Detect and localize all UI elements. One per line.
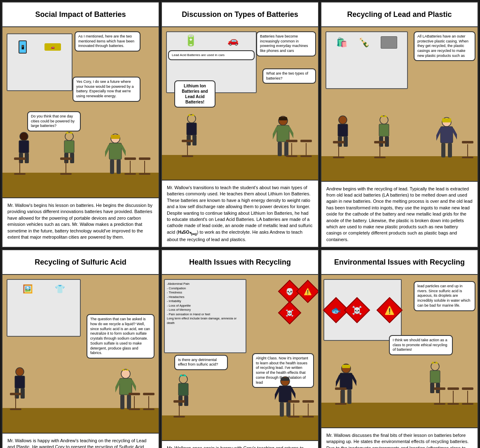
env-hazard-3: ⚠️ <box>376 297 403 323</box>
panel-recycling-lead: Recycling of Lead and Plastic 🛍️ 🍾 All L… <box>321 2 478 248</box>
panel-health-issues-header: Health Issues with Recycling <box>162 250 318 275</box>
panel-discussion-types-scene: 🔋 🚗 Lead Acid Batteries are used in cars… <box>162 27 318 180</box>
hazard-diamond-3: ☠️ <box>278 301 302 325</box>
svg-rect-52 <box>15 376 25 388</box>
panel-discussion-types: Discussion on Types of Batteries 🔋 🚗 Lea… <box>161 2 319 248</box>
svg-rect-6 <box>111 135 120 139</box>
stool-15 <box>302 400 314 418</box>
stool-9 <box>374 141 386 158</box>
svg-line-47 <box>132 381 136 390</box>
svg-rect-32 <box>441 143 445 157</box>
svg-line-57 <box>275 389 279 399</box>
panel-social-impact: Social Impact of Batteries 📱 🚗 As I ment… <box>2 2 159 248</box>
bubble-types-2: What are the two types of batteries? <box>262 68 316 84</box>
svg-rect-5 <box>117 159 121 174</box>
bubble-recycling-1: All LABatteries have an outer protective… <box>414 31 475 61</box>
svg-line-30 <box>436 129 440 140</box>
svg-point-35 <box>339 116 347 124</box>
svg-line-46 <box>115 381 119 392</box>
panel-environmental-issues-header: Environmental Issues with Recycling <box>321 250 478 275</box>
whiteboard-content: 📱 🚗 <box>7 34 72 56</box>
panel-recycling-lead-scene: 🛍️ 🍾 All LABatteries have an outer prote… <box>321 27 478 181</box>
bubble-types-3: Lithium Ion Batteries and Lead Acid Batt… <box>174 80 215 108</box>
panel-recycling-sulfuric-text: Mr. Wallows is happy with Andrew's teach… <box>2 433 159 448</box>
whiteboard: 📱 🚗 <box>7 33 73 91</box>
svg-rect-8 <box>19 141 29 153</box>
flame-icon: 💀 <box>286 288 294 296</box>
floor-bg-4 <box>2 408 159 433</box>
stool-16 <box>288 400 300 418</box>
svg-point-7 <box>20 132 28 141</box>
whiteboard-4: 🖼️ 👕 <box>7 279 81 337</box>
svg-line-3 <box>122 146 126 155</box>
svg-point-51 <box>16 368 24 376</box>
car-icon: 🚗 <box>44 43 61 51</box>
svg-rect-40 <box>379 124 389 136</box>
stool-20 <box>447 387 459 405</box>
stool-5 <box>182 140 193 157</box>
skull-icon: ☠️ <box>286 309 294 317</box>
svg-rect-20 <box>278 142 282 156</box>
panel-recycling-sulfuric-header: Recycling of Sulfuric Acid <box>2 250 159 275</box>
whiteboard-6: 🐟 ☠️ ⚠️ <box>323 279 402 341</box>
bubble-student-1: Do you think that one day cities could b… <box>27 111 81 131</box>
stool-4 <box>124 157 136 175</box>
panel-recycling-lead-header: Recycling of Lead and Plastic <box>321 2 478 27</box>
svg-line-69 <box>336 376 340 386</box>
panel-health-issues-text: Mr. Wallows once again is happy with Cor… <box>162 440 318 448</box>
svg-rect-22 <box>279 117 287 120</box>
panel-social-impact-scene: 📱 🚗 As I mentioned, here are the two men… <box>2 27 159 197</box>
tshirt-icon: 👕 <box>55 284 65 294</box>
panel-health-issues: Health Issues with Recycling -Abdominal … <box>161 249 319 448</box>
svg-rect-34 <box>442 118 451 122</box>
svg-rect-61 <box>281 378 289 381</box>
panel-discussion-types-text: Mr. Wallow's transitions to teach the st… <box>162 180 318 247</box>
whiteboard-bubble-2: Lead Acid Batteries are used in cars <box>168 50 255 60</box>
hazard-diamond-2: ⚠️ <box>296 280 318 303</box>
svg-rect-33 <box>448 143 452 157</box>
stool-18 <box>335 387 347 405</box>
floor-bg-3 <box>321 156 478 181</box>
battery-emoji: 🔋 <box>184 34 197 47</box>
exclamation-icon: ⚠️ <box>304 288 312 296</box>
whiteboard-3-content: 🛍️ 🍾 <box>326 32 407 53</box>
panel-environmental-issues-scene: 🐟 ☠️ ⚠️ lead particles can end up in riv… <box>321 275 478 427</box>
svg-rect-45 <box>119 378 132 395</box>
env-hazard-2: ☠️ <box>344 297 370 323</box>
stool-2 <box>60 157 72 175</box>
svg-rect-29 <box>440 127 453 143</box>
stool-19 <box>462 387 473 405</box>
stool-8 <box>333 141 344 158</box>
svg-rect-1 <box>109 143 122 159</box>
bubble-env-1: lead particles can end up in rivers. Sin… <box>414 281 475 311</box>
stool-6 <box>300 140 312 157</box>
health-list: -Abdominal Pain - Constipation - Tiredne… <box>167 282 244 325</box>
svg-line-2 <box>105 146 109 156</box>
svg-rect-4 <box>110 159 114 174</box>
svg-point-44 <box>121 369 130 378</box>
teacher-character-3 <box>436 117 457 158</box>
shopping-bag-icon: 🛍️ <box>336 37 347 48</box>
panel-recycling-sulfuric-scene: 🖼️ 👕 The question that can be asked is h… <box>2 275 159 433</box>
panel-discussion-types-header: Discussion on Types of Batteries <box>162 2 318 27</box>
stool-14 <box>173 400 185 418</box>
panel-environmental-issues: Environmental Issues with Recycling 🐟 ☠️… <box>321 249 478 448</box>
panel-social-impact-text: Mr. Wallow's begins his lesson on batter… <box>2 197 159 247</box>
env-hazard-symbols: 🐟 ☠️ ⚠️ <box>327 301 399 319</box>
whiteboard-5: -Abdominal Pain - Constipation - Tiredne… <box>164 279 246 353</box>
svg-rect-75 <box>430 371 440 383</box>
phone-icon: 📱 <box>19 40 27 54</box>
whiteboard-3: 🛍️ 🍾 <box>325 31 408 89</box>
stool-10 <box>462 141 473 158</box>
svg-rect-59 <box>280 402 284 417</box>
svg-rect-36 <box>338 124 348 136</box>
panel-recycling-sulfuric: Recycling of Sulfuric Acid 🖼️ 👕 The ques… <box>2 249 159 448</box>
svg-line-19 <box>289 128 293 137</box>
svg-rect-63 <box>178 383 188 396</box>
svg-rect-72 <box>347 389 351 404</box>
bubble-teacher-2: Yes Cory, I do see a future where your h… <box>73 77 140 102</box>
stool-3 <box>139 157 150 175</box>
teacher-character <box>105 134 126 175</box>
hazard-symbols: 💀 ⚠️ ☠️ <box>281 283 316 321</box>
bubble-sulfuric-1: The question that can be asked is how do… <box>87 314 155 359</box>
